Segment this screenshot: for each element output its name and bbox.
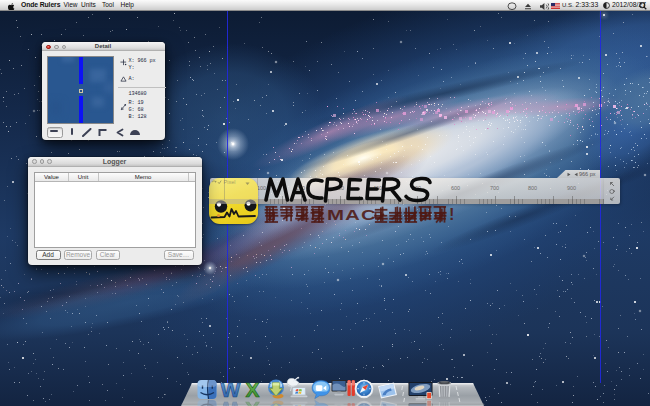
svg-text:W: W	[221, 378, 241, 401]
svg-text:MAC: MAC	[327, 207, 377, 224]
svg-text:X: X	[245, 378, 259, 401]
svg-text:!: !	[449, 205, 455, 223]
